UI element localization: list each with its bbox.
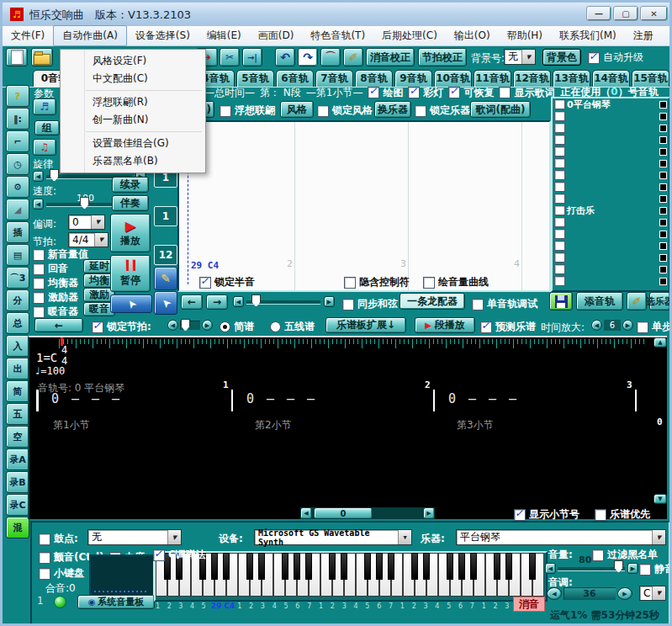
menu-item-9[interactable]: 联系我们(M) [551, 26, 625, 45]
track-tab-7[interactable]: 7音轨 [315, 70, 353, 87]
instrument-row-3[interactable] [553, 134, 669, 146]
fancy-checkbox[interactable]: 浮想联翩 [220, 103, 275, 118]
sidebar-record-a-button[interactable]: 录A [6, 448, 29, 470]
undo-button[interactable]: ↶ [275, 48, 295, 66]
mini-keyboard-checkbox[interactable]: 小键盘 [39, 566, 84, 581]
group-button[interactable]: 组 [34, 120, 60, 135]
black-key-24[interactable] [447, 553, 453, 580]
instrument-row-9[interactable]: 打击乐 [553, 204, 669, 216]
drum-select[interactable]: 无▼ [87, 529, 182, 545]
hidden-control-checkbox[interactable]: 隐含控制符 [344, 275, 410, 289]
sidebar-corner-icon[interactable]: ⌐ [6, 130, 29, 152]
cut-button[interactable]: ✂ [220, 48, 240, 66]
segment-play-button[interactable]: ▶段播放 [415, 317, 475, 333]
instrument-row-4[interactable] [553, 146, 669, 157]
track-tab-15[interactable]: 15音轨 [632, 70, 669, 87]
dropdown-item[interactable]: 浮想联翩(R) [61, 93, 205, 111]
mute-button[interactable]: 消音 [513, 597, 545, 612]
scroll-left-button[interactable]: ← [181, 294, 203, 310]
pitch-spin-left[interactable]: ◀ [547, 587, 562, 600]
sidebar-insert-button[interactable]: 插 [6, 221, 29, 243]
redo-button[interactable]: ↷ [298, 48, 318, 66]
jianpu-radio[interactable]: 简谱 [220, 320, 254, 334]
device-select[interactable]: Microsoft GS Wavetable Synth▼ [254, 529, 412, 545]
show-lyrics-checkbox[interactable]: 显示歌词 [499, 86, 554, 100]
black-key-26[interactable] [470, 553, 477, 580]
v-scrollbar-up[interactable]: ▲ [653, 337, 667, 347]
black-key-17[interactable] [364, 553, 371, 580]
instrument-icon-button[interactable]: ♫ [33, 139, 56, 156]
staff-radio[interactable]: 五线谱 [270, 320, 315, 334]
menu-item-6[interactable]: 后期处理(C) [373, 26, 446, 45]
roll-slider-left[interactable]: ◀ [233, 296, 244, 307]
sidebar-copy-icon[interactable]: ▤ [6, 244, 29, 266]
echo-checkbox[interactable]: 回音 [33, 262, 68, 276]
beat-fix-button[interactable]: 节拍校正 [418, 48, 467, 66]
menu-item-10[interactable]: 注册 [625, 26, 662, 45]
music-note-button[interactable]: ♬ [33, 98, 56, 115]
lock-semitone-checkbox[interactable]: 锁定半音 [199, 275, 255, 289]
black-key-15[interactable] [341, 553, 347, 580]
octave-1b-button[interactable]: 1 [154, 206, 177, 226]
instrument-row-2[interactable] [553, 122, 669, 134]
save-track-button[interactable] [549, 292, 573, 310]
open-folder-button[interactable] [31, 48, 53, 66]
menu-item-8[interactable]: 帮助(H) [499, 26, 551, 45]
step-manual-checkbox[interactable]: 单步手动 [637, 320, 672, 334]
brush-button[interactable]: ✐ [343, 48, 363, 66]
beat-spin-right[interactable]: ▶ [202, 320, 213, 331]
black-key-25[interactable] [458, 553, 465, 580]
pitch-spin-right[interactable]: ▶ [617, 587, 632, 600]
dropdown-item[interactable]: 中文配曲(C) [61, 70, 205, 88]
menu-item-1[interactable]: 自动作曲(A) [53, 25, 127, 46]
h-scrollbar-left[interactable]: ◀ [300, 507, 312, 519]
exciter-checkbox[interactable]: 激励器 [33, 290, 78, 305]
resume-record-button[interactable]: 续录 [112, 177, 149, 193]
bg-number-select[interactable]: 无▼ [504, 49, 536, 65]
minimize-button[interactable]: — [586, 6, 611, 21]
show-bar-numbers-checkbox[interactable]: 显示小节号 [514, 507, 579, 522]
piano-roll[interactable]: 2 3 4 29 C4 锁定半音 隐含控制符 绘音量曲线 [177, 120, 551, 292]
mute-fix-button[interactable]: 消音校正 [366, 48, 415, 66]
dropdown-item[interactable]: 创一新曲(N) [61, 111, 205, 129]
one-stop-button[interactable]: 一条龙配器 [399, 293, 465, 310]
eq-checkbox[interactable]: 均衡器 [33, 276, 78, 290]
instrument-row-6[interactable] [553, 169, 669, 181]
single-track-debug-checkbox[interactable]: 单音轨调试 [472, 297, 537, 311]
sync-chord-checkbox[interactable]: 同步和弦 [342, 297, 398, 311]
black-key-18[interactable] [376, 553, 383, 580]
sidebar-empty-button[interactable]: 空 [6, 426, 29, 448]
beat-select[interactable]: 4/4▼ [68, 232, 108, 247]
black-key-5[interactable] [223, 553, 230, 580]
track-brush-button[interactable]: ✐ [627, 292, 647, 310]
lock-instrument-checkbox[interactable]: 锁定乐器 [415, 103, 470, 118]
pitch-key-select[interactable]: C▼ [639, 586, 666, 601]
volume-slider-thumb[interactable] [614, 560, 623, 573]
sidebar-tools-icon[interactable]: ⚙ [6, 176, 29, 198]
sidebar-total-button[interactable]: 总 [6, 312, 29, 334]
pencil-tool-button[interactable]: ✎ [154, 267, 177, 290]
track-tab-8[interactable]: 8音轨 [355, 70, 393, 87]
lyrics-button[interactable]: 歌词(配曲) [470, 101, 531, 118]
sidebar-in-button[interactable]: 入 [6, 335, 29, 357]
warmer-checkbox[interactable]: 暖音器 [33, 305, 78, 319]
sidebar-mix-button[interactable]: 混 [6, 517, 29, 538]
c-mode-checkbox[interactable]: C调弹法 [153, 548, 206, 562]
maximize-button[interactable]: ▢ [613, 6, 638, 21]
black-key-14[interactable] [329, 553, 336, 580]
black-key-4[interactable] [211, 553, 218, 580]
menu-item-7[interactable]: 输出(O) [446, 26, 499, 45]
score-first-checkbox[interactable]: 乐谱优先 [595, 507, 650, 522]
black-key-29[interactable] [505, 553, 512, 580]
track-tab-11[interactable]: 11音轨 [474, 70, 511, 87]
bg-color-button[interactable]: 背景色 [542, 49, 581, 66]
speed-slider-thumb[interactable] [80, 197, 89, 210]
back-button[interactable]: ← [34, 318, 83, 332]
instrument-select[interactable]: 平台钢琴▼ [456, 529, 666, 545]
new-file-button[interactable] [6, 48, 28, 66]
dropdown-item[interactable]: 乐器黑名单(B) [61, 152, 205, 170]
style-button[interactable]: 风格 [280, 101, 314, 118]
swap-instrument-button[interactable]: 换乐器 [374, 101, 411, 118]
instrument-row-7[interactable] [553, 181, 669, 193]
menu-item-5[interactable]: 特色音轨(T) [302, 26, 373, 45]
